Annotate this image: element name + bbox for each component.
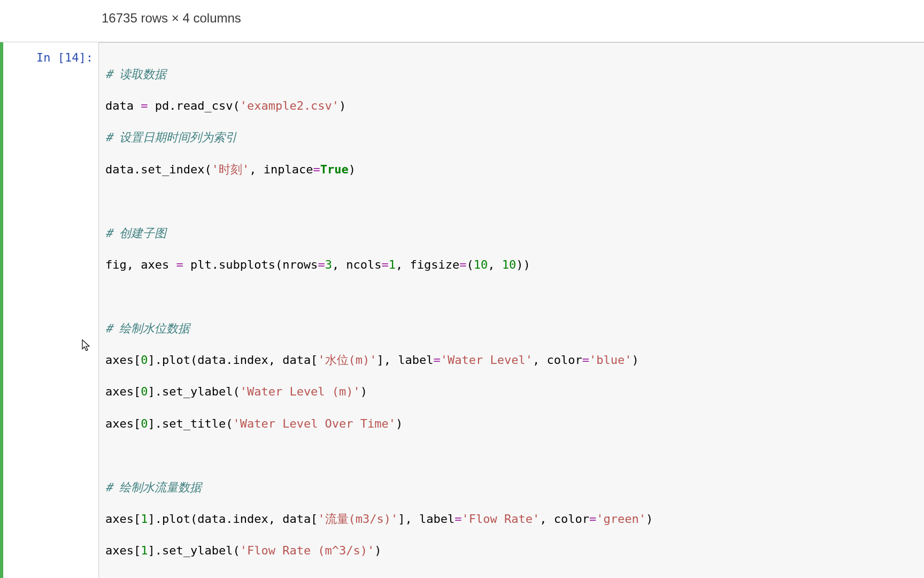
code-operator: = [141,99,148,112]
code-number: 0 [141,353,148,367]
code-number: 10 [474,258,488,271]
code-comment: # 绘制水位数据 [105,322,190,335]
code-text: fig, axes [105,258,176,271]
code-text: axes[ [105,417,141,430]
code-operator: = [455,512,461,526]
code-comment: # 创建子图 [105,226,167,240]
code-text: plt.subplots(nrows [183,258,318,271]
code-operator: = [434,353,441,367]
code-number: 3 [325,258,332,271]
code-operator: = [318,258,325,271]
code-text: , inplace [249,163,313,176]
code-text: ].plot(data.index, data[ [148,353,318,367]
code-number: 0 [141,417,148,430]
code-comment: # 绘制水流量数据 [105,481,202,494]
code-text: ].set_ylabel( [148,544,240,557]
code-string: 'blue' [589,353,632,367]
code-cell: In [14]: # 读取数据 data = pd.read_csv('exam… [0,42,924,578]
code-text: ].set_ylabel( [148,385,240,398]
code-text: ) [646,512,653,526]
code-text: , figsize [396,258,459,271]
code-text: ].plot(data.index, data[ [148,512,318,526]
code-text: pd.read_csv( [148,99,240,112]
code-text: , color [540,512,589,526]
code-operator: = [382,258,389,271]
code-text: ) [396,417,403,430]
code-text: ], label [377,353,434,367]
code-text: , [488,258,502,271]
input-prompt: In [14]: [3,42,98,578]
code-operator: = [589,512,596,526]
code-text: ( [467,258,474,271]
code-string: 'Water Level (m)' [240,385,360,398]
code-text: ) [374,544,381,557]
code-string: '流量(m3/s)' [318,512,398,526]
code-text: axes[ [105,576,141,578]
code-comment: # 读取数据 [105,67,167,81]
code-number: 1 [141,544,148,557]
code-string: 'Water Level' [441,353,533,367]
code-text: axes[ [105,512,141,526]
prompt-number: [14]: [58,51,93,64]
code-string: 'example2.csv' [240,99,339,112]
code-string: 'Flow Rate (m^3/s)' [240,544,375,557]
code-text: axes[ [105,385,141,398]
code-text: , color [533,353,582,367]
code-text: )) [516,258,530,271]
dataframe-summary: 16735 rows × 4 columns [0,0,924,42]
code-text: ].set_title( [148,576,233,578]
code-keyword: True [320,163,349,176]
code-string: 'green' [596,512,646,526]
code-number: 1 [141,576,148,578]
code-text: data.set_index( [105,163,212,176]
code-editor[interactable]: # 读取数据 data = pd.read_csv('example2.csv'… [98,42,924,578]
code-number: 10 [502,258,517,271]
code-text: ) [339,99,346,112]
code-operator: = [176,258,183,271]
code-text: data [105,99,141,112]
code-text: ) [632,353,638,367]
code-blank [105,447,918,463]
code-number: 1 [389,258,396,271]
code-text: ) [349,163,356,176]
code-blank [105,288,918,305]
code-string: 'Water Level Over Time' [233,417,396,430]
code-text: ) [360,385,367,398]
code-text: ) [382,576,389,578]
code-string: '时刻' [212,163,250,176]
code-string: 'Flow Rate Over Time' [233,576,381,578]
code-text: axes[ [105,544,141,557]
code-string: 'Flow Rate' [462,512,540,526]
code-blank [105,193,918,209]
code-text: ], label [398,512,455,526]
code-operator: = [313,163,320,176]
code-text: axes[ [105,353,141,367]
code-operator: = [582,353,589,367]
code-text: , ncols [332,258,382,271]
code-operator: = [459,258,466,271]
code-number: 1 [141,512,148,526]
code-comment: # 设置日期时间列为索引 [105,131,237,144]
code-text: ].set_title( [148,417,233,430]
code-number: 0 [141,385,148,398]
prompt-in-label: In [36,51,51,64]
code-string: '水位(m)' [318,353,376,367]
